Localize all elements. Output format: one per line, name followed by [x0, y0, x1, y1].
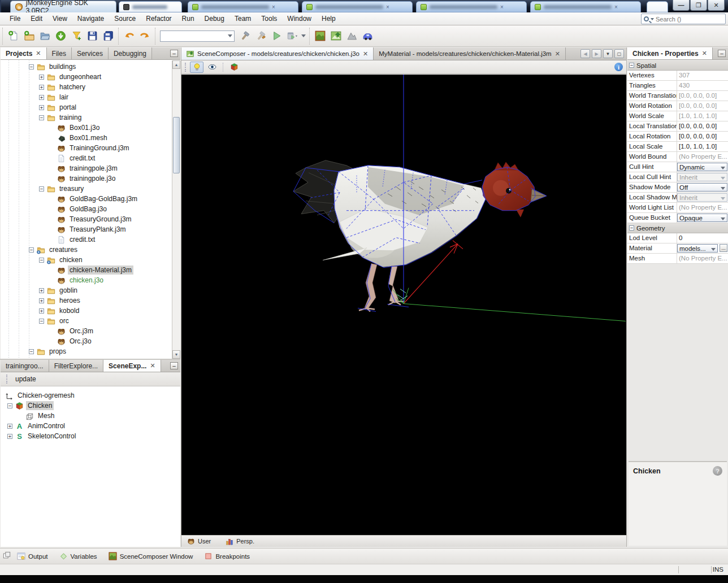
status-item-scenecomposer-window[interactable]: SceneComposer Window [103, 552, 198, 560]
build-button[interactable] [237, 28, 253, 44]
tree-item[interactable]: Box01.mesh [1, 133, 172, 143]
status-item-output[interactable]: Output [12, 552, 53, 560]
property-value-field[interactable]: [0.0, 0.0, 0.0] [677, 121, 728, 131]
expand-icon[interactable]: + [39, 95, 44, 100]
property-section-geometry[interactable]: −Geometry [627, 223, 728, 233]
menu-help[interactable]: Help [317, 13, 341, 24]
tree-item[interactable]: chicken.j3o [1, 275, 172, 285]
close-icon[interactable]: ✕ [702, 50, 707, 57]
collapse-icon[interactable]: − [29, 247, 34, 253]
minimize-panel-icon[interactable]: – [170, 50, 178, 57]
quick-search[interactable] [641, 14, 726, 24]
collapse-icon[interactable]: − [629, 225, 634, 230]
tree-item[interactable]: trainingpole.j3o [1, 173, 172, 184]
minimize-panel-icon[interactable]: – [718, 50, 726, 57]
tree-item[interactable]: GoldBag-GoldBag.j3m [1, 194, 172, 204]
vehicle-button[interactable] [359, 28, 375, 44]
collapse-icon[interactable]: − [29, 349, 34, 354]
tree-item[interactable]: credit.txt [1, 234, 172, 245]
save-all-button[interactable] [100, 28, 116, 44]
tree-item[interactable]: + kobold [1, 306, 172, 316]
expand-icon[interactable]: + [39, 288, 44, 293]
wireframe-cube-button[interactable] [227, 62, 241, 73]
projects-tab-services[interactable]: Services [72, 47, 109, 59]
tree-item[interactable]: − buildings [1, 62, 172, 72]
scroll-up-icon[interactable]: ▲ [172, 60, 180, 69]
expand-icon[interactable]: + [7, 434, 12, 439]
toggle-light-button[interactable] [190, 62, 203, 73]
debug-button[interactable] [284, 28, 300, 44]
new-project-button[interactable] [21, 28, 37, 44]
property-dropdown[interactable]: Dynamic [677, 163, 727, 171]
projection-label[interactable]: Persp. [236, 538, 254, 545]
tree-item[interactable]: + goblin [1, 285, 172, 295]
projects-tree-scrollbar[interactable]: ▲ ▼ [172, 60, 180, 359]
tree-item[interactable]: trainingpole.j3m [1, 163, 172, 173]
status-item-variables[interactable]: Variables [54, 552, 102, 560]
tree-item[interactable]: Orc.j3m [1, 326, 172, 336]
close-icon[interactable]: ✕ [36, 50, 41, 57]
update-center-button[interactable] [53, 28, 68, 44]
menu-refactor[interactable]: Refactor [141, 13, 176, 24]
property-dropdown[interactable]: Off [677, 183, 727, 192]
projects-tab-projects[interactable]: Projects✕ [1, 47, 47, 59]
collapse-icon[interactable]: − [39, 258, 44, 263]
tree-item[interactable]: TreasuryGround.j3m [1, 214, 172, 224]
projects-tab-files[interactable]: Files [47, 47, 72, 59]
menu-window[interactable]: Window [282, 13, 317, 24]
ellipsis-button[interactable]: ... [720, 244, 727, 252]
scene-tab-filterexplore-[interactable]: FilterExplore... [49, 360, 103, 372]
update-button[interactable]: update [12, 374, 40, 384]
expand-icon[interactable]: + [39, 308, 44, 314]
scene-tree-item[interactable]: − Chicken [3, 401, 179, 411]
close-icon[interactable]: ✕ [363, 50, 368, 58]
properties-tab[interactable]: Chicken - Properties ✕ [627, 47, 713, 59]
collapse-icon[interactable]: − [39, 186, 44, 192]
scrollbar-thumb[interactable] [173, 117, 180, 173]
scroll-tabs-right-icon[interactable]: ▶ [592, 49, 601, 58]
scene-tree-item[interactable]: + A AnimControl [3, 421, 179, 431]
scene-tree-item[interactable]: + S SkeletonControl [3, 431, 179, 441]
scroll-down-icon[interactable]: ▼ [172, 350, 180, 359]
expand-icon[interactable]: + [39, 75, 44, 80]
terrain-button[interactable] [312, 28, 328, 44]
redo-button[interactable] [137, 28, 153, 44]
close-icon[interactable]: ✕ [150, 362, 155, 369]
tree-item[interactable]: GoldBag.j3o [1, 204, 172, 214]
projects-tab-debugging[interactable]: Debugging [109, 47, 152, 59]
info-icon[interactable]: i [614, 63, 623, 71]
scene-tab-trainingroo-[interactable]: trainingroo... [1, 360, 49, 372]
mountains-button[interactable] [344, 28, 359, 44]
property-value-field[interactable]: [1.0, 1.0, 1.0] [677, 142, 728, 151]
tree-item[interactable]: − chicken [1, 255, 172, 265]
background-browser-tab[interactable]: × [302, 1, 413, 12]
open-project-button[interactable] [37, 28, 53, 44]
app-title-tab[interactable]: jMonkeyEngine SDK 3.0RC2 [10, 1, 116, 12]
tree-item[interactable]: + dungeonheart [1, 72, 172, 82]
tree-item[interactable]: + portal [1, 102, 172, 112]
clean-build-button[interactable] [253, 28, 268, 44]
tree-item[interactable]: + heroes [1, 295, 172, 306]
tree-item[interactable]: credit.txt [1, 153, 172, 163]
minimize-panel-icon[interactable]: – [170, 362, 178, 369]
dock-windows-icon[interactable] [3, 551, 11, 561]
property-value-field[interactable]: 0 [677, 233, 728, 243]
tree-item[interactable]: − treasury [1, 184, 172, 194]
collapse-icon[interactable]: − [29, 64, 34, 69]
tree-item[interactable]: + lair [1, 92, 172, 102]
tab-list-dropdown-icon[interactable]: ▼ [603, 49, 613, 58]
help-icon[interactable]: ? [713, 466, 722, 476]
collapse-icon[interactable]: − [39, 319, 44, 324]
editor-tab[interactable]: MyMaterial - models/creatures/chicken/ch… [374, 47, 566, 60]
tree-item[interactable]: + hatchery [1, 82, 172, 92]
expand-icon[interactable]: + [39, 85, 44, 90]
minimize-button[interactable]: — [673, 0, 690, 11]
status-item-breakpoints[interactable]: Breakpoints [199, 552, 255, 560]
property-value-field[interactable]: [0.0, 0.0, 0.0] [677, 132, 728, 141]
menu-view[interactable]: View [47, 13, 72, 24]
menu-debug[interactable]: Debug [200, 13, 229, 24]
expand-icon[interactable]: + [39, 105, 44, 110]
search-input[interactable] [656, 16, 712, 23]
tree-item[interactable]: TrainingGround.j3m [1, 143, 172, 153]
config-combobox[interactable] [160, 31, 235, 42]
